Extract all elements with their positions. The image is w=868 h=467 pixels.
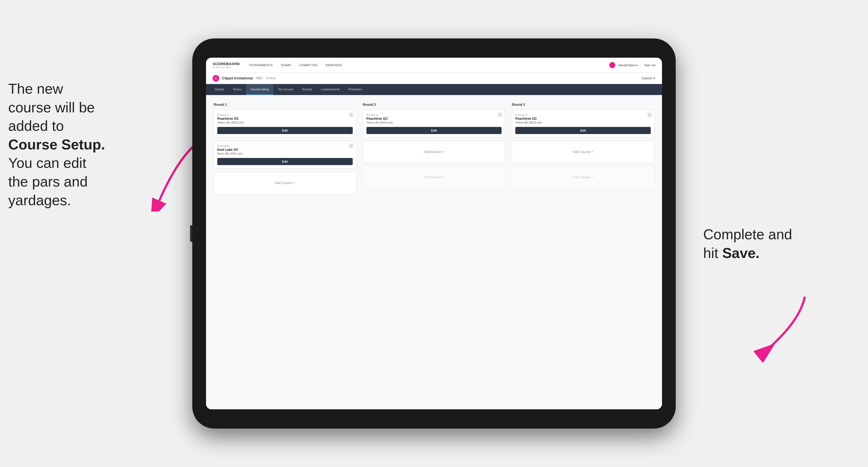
top-nav: SCOREBOARD Powered by clippd TOURNAMENTS… (206, 58, 662, 72)
round3-add-course-disabled: Add Course + (512, 166, 654, 188)
logo-title: SCOREBOARD (213, 62, 240, 66)
tab-teams[interactable]: Teams (228, 84, 246, 95)
round3-course-a-delete[interactable]: ⊟ (647, 112, 652, 117)
round3-course-a-tee: Yellow (M) (6629 yds) (515, 121, 651, 124)
tournament-gender: Men (255, 76, 264, 80)
round2-course-a-card: ⊟ (Course A) Peachtree GC Yellow (M) (66… (363, 110, 505, 137)
tournament-logo: C (213, 75, 219, 82)
round3-add-course-disabled-label: Add Course + (573, 175, 593, 179)
round1-course-b-name: East Lake GC (217, 148, 353, 152)
round-3-column: Round 3 ⊟ (Course A) Peachtree GC Yellow… (512, 103, 654, 197)
logo-subtitle: Powered by clippd (213, 66, 240, 68)
round1-course-a-card: ⊟ (Course A) Peachtree GC Yellow (M) (66… (214, 110, 356, 137)
round-2-title: Round 2 (363, 103, 505, 106)
round1-course-a-label: (Course A) (217, 114, 353, 116)
tab-bar: Details Teams Course Setup Tee Groups Re… (206, 84, 662, 95)
right-annotation: Complete and hit Save. (703, 225, 830, 262)
nav-committee[interactable]: COMMITTEE (299, 63, 318, 67)
round3-add-course-label: Add Course + (573, 150, 593, 154)
scoreboard-logo: SCOREBOARD Powered by clippd (213, 62, 240, 68)
round2-course-a-tee: Yellow (M) (6629 yds) (366, 121, 502, 124)
main-content: Round 1 ⊟ (Course A) Peachtree GC Yellow… (206, 95, 662, 409)
round2-course-a-edit-button[interactable]: Edit (366, 127, 502, 134)
round2-add-course-disabled-label: Add Course + (424, 175, 444, 179)
round1-course-b-card: ⊟ (Course B) East Lake GC Black (M) (689… (214, 141, 356, 169)
tab-results[interactable]: Results (298, 84, 317, 95)
round1-course-b-delete[interactable]: ⊟ (349, 144, 354, 148)
tab-course-setup[interactable]: Course Setup (246, 84, 273, 95)
round2-course-a-label: (Course A) (366, 114, 502, 116)
round1-course-a-edit-button[interactable]: Edit (217, 127, 353, 134)
round2-course-a-delete[interactable]: ⊟ (498, 112, 503, 117)
cancel-button[interactable]: Cancel ✕ (641, 76, 655, 80)
course-setup-bold: Course Setup. (8, 136, 105, 152)
tab-printables[interactable]: Printables (344, 84, 366, 95)
round-2-column: Round 2 ⊟ (Course A) Peachtree GC Yellow… (363, 103, 505, 197)
user-avatar (609, 62, 615, 68)
round1-course-b-label: (Course B) (217, 145, 353, 147)
round1-course-a-name: Peachtree GC (217, 117, 353, 121)
top-nav-links: TOURNAMENTS TEAMS COMMITTEE RANKINGS (249, 63, 610, 67)
tournament-status: Hosting (266, 76, 275, 80)
round3-course-a-edit-button[interactable]: Edit (515, 127, 651, 134)
round-3-title: Round 3 (512, 103, 654, 106)
tab-details[interactable]: Details (210, 84, 228, 95)
round2-add-course-button[interactable]: Add Course + (363, 141, 505, 163)
round1-course-b-tee: Black (M) (6891 yds) (217, 152, 353, 155)
round1-add-course-label: Add Course + (275, 181, 295, 185)
round3-add-course-button[interactable]: Add Course + (512, 141, 654, 163)
round-1-title: Round 1 (214, 103, 356, 106)
nav-rankings[interactable]: RANKINGS (326, 63, 342, 67)
tournament-name: Clippd Invitational (222, 76, 253, 80)
tablet-screen: SCOREBOARD Powered by clippd TOURNAMENTS… (206, 58, 662, 409)
round3-course-a-name: Peachtree GC (515, 117, 651, 121)
round-1-column: Round 1 ⊟ (Course A) Peachtree GC Yellow… (214, 103, 356, 197)
round1-course-a-delete[interactable]: ⊟ (349, 112, 354, 117)
round1-course-a-tee: Yellow (M) (6629 yds) (217, 121, 353, 124)
round3-course-a-card: ⊟ (Course A) Peachtree GC Yellow (M) (66… (512, 110, 654, 137)
tab-leaderboards[interactable]: Leaderboards (317, 84, 344, 95)
right-arrow-icon (736, 291, 813, 363)
rounds-grid: Round 1 ⊟ (Course A) Peachtree GC Yellow… (214, 103, 654, 197)
tablet-device: SCOREBOARD Powered by clippd TOURNAMENTS… (192, 38, 676, 429)
tournament-bar: C Clippd Invitational Men Hosting Cancel… (206, 72, 662, 84)
round2-add-course-disabled: Add Course + (363, 166, 505, 188)
user-email: blair@clippd.io (618, 63, 638, 67)
round3-course-a-label: (Course A) (515, 114, 651, 116)
round1-course-b-edit-button[interactable]: Edit (217, 158, 353, 165)
tab-tee-groups[interactable]: Tee Groups (273, 84, 298, 95)
nav-teams[interactable]: TEAMS (280, 63, 291, 67)
round2-course-a-name: Peachtree GC (366, 117, 502, 121)
nav-tournaments[interactable]: TOURNAMENTS (249, 63, 273, 67)
round2-add-course-label: Add Course + (424, 150, 444, 154)
save-bold: Save. (722, 245, 760, 261)
tablet-button (190, 225, 192, 242)
sign-out-link[interactable]: Sign out (644, 63, 655, 67)
round1-add-course-button[interactable]: Add Course + (214, 172, 356, 194)
top-nav-right: blair@clippd.io | Sign out (609, 62, 655, 68)
